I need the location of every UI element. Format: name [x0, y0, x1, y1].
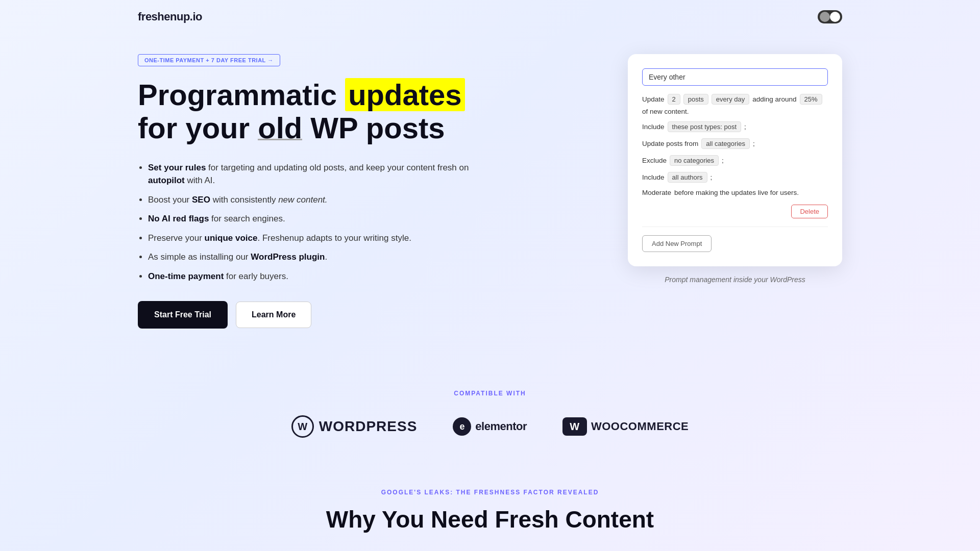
card-caption: Prompt management inside your WordPress	[628, 276, 842, 284]
woocommerce-logo: W WOOCOMMERCE	[562, 417, 689, 436]
learn-more-button[interactable]: Learn More	[236, 302, 311, 328]
elementor-logo: e elementor	[453, 417, 527, 436]
hero-left: ONE-TIME PAYMENT + 7 DAY FREE TRIAL → Pr…	[138, 54, 495, 329]
card-row-authors: Include all authors ;	[642, 172, 828, 183]
wp-icon: W	[291, 415, 314, 438]
compatible-label: COMPATIBLE WITH	[138, 390, 842, 397]
list-item: Set your rules for targeting and updatin…	[148, 161, 495, 187]
title-old: old	[258, 111, 302, 144]
feature-list: Set your rules for targeting and updatin…	[138, 161, 495, 283]
card-row-moderate: Moderate before making the updates live …	[642, 189, 828, 196]
title-highlight: updates	[345, 78, 464, 111]
list-item: One-time payment for early buyers.	[148, 270, 495, 283]
navbar: freshenup.io	[0, 0, 980, 34]
title-part1: Programmatic	[138, 78, 345, 111]
site-logo: freshenup.io	[138, 10, 202, 23]
delete-row: Delete	[642, 205, 828, 218]
hero-section: ONE-TIME PAYMENT + 7 DAY FREE TRIAL → Pr…	[0, 34, 980, 369]
cta-buttons: Start Free Trial Learn More	[138, 301, 495, 329]
dark-mode-toggle[interactable]	[818, 10, 842, 23]
wordpress-logo: W WORDPRESS	[291, 415, 418, 438]
compatible-section: COMPATIBLE WITH W WORDPRESS e elementor …	[0, 369, 980, 468]
card-divider	[642, 227, 828, 227]
card-row-categories: Update posts from all categories ;	[642, 138, 828, 149]
list-item: As simple as installing our WordPress pl…	[148, 251, 495, 264]
list-item: Preserve your unique voice. Freshenup ad…	[148, 232, 495, 245]
woo-icon: W	[562, 417, 587, 436]
bottom-title: Why You Need Fresh Content	[138, 506, 842, 533]
add-prompt-button[interactable]: Add New Prompt	[642, 235, 712, 252]
google-label: GOOGLE'S LEAKS: THE FRESHNESS FACTOR REV…	[138, 489, 842, 496]
card-row-exclude: Exclude no categories ;	[642, 155, 828, 166]
theme-toggle[interactable]	[818, 10, 842, 23]
delete-button[interactable]: Delete	[791, 205, 828, 218]
card-row-update: Update 2 posts every day adding around 2…	[642, 94, 828, 115]
list-item: Boost your SEO with consistently new con…	[148, 193, 495, 207]
list-item: No AI red flags for search engines.	[148, 212, 495, 226]
bottom-section: GOOGLE'S LEAKS: THE FRESHNESS FACTOR REV…	[0, 468, 980, 543]
title-part2: for your	[138, 111, 258, 144]
hero-title: Programmatic updates for your old WP pos…	[138, 79, 495, 145]
start-trial-button[interactable]: Start Free Trial	[138, 301, 228, 329]
prompt-input[interactable]	[642, 68, 828, 86]
el-icon: e	[453, 417, 471, 436]
promo-badge: ONE-TIME PAYMENT + 7 DAY FREE TRIAL →	[138, 54, 280, 66]
logos-row: W WORDPRESS e elementor W WOOCOMMERCE	[138, 415, 842, 438]
card-row-include-posts: Include these post types: post ;	[642, 121, 828, 132]
hero-card-wrapper: Update 2 posts every day adding around 2…	[628, 54, 842, 284]
title-part3: WP posts	[302, 111, 445, 144]
prompt-card: Update 2 posts every day adding around 2…	[628, 54, 842, 266]
